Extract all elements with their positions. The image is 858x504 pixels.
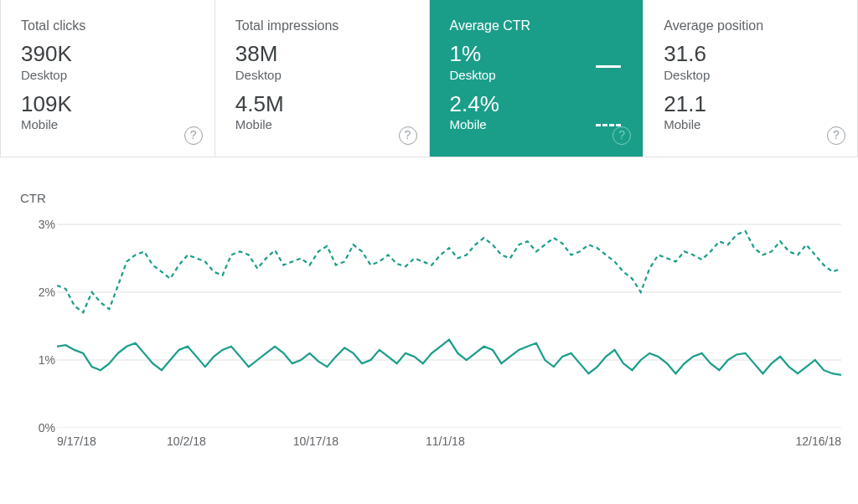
mobile-value: 109K	[21, 92, 194, 116]
chart-plot	[57, 210, 841, 428]
card-average-ctr[interactable]: Average CTR 1% Desktop 2.4% Mobile ?	[430, 0, 644, 157]
desktop-label: Desktop	[235, 68, 409, 82]
legend-dashed-line-icon	[596, 124, 621, 126]
mobile-label: Mobile	[235, 117, 409, 131]
x-axis-ticks: 9/17/1810/2/1810/17/1811/1/1812/16/18	[57, 435, 841, 451]
card-title: Average CTR	[450, 18, 623, 33]
card-title: Average position	[664, 18, 837, 33]
metric-cards-row: Total clicks 390K Desktop 109K Mobile ? …	[0, 0, 858, 157]
card-title: Total impressions	[235, 18, 409, 33]
help-icon[interactable]: ?	[184, 126, 203, 145]
card-total-impressions[interactable]: Total impressions 38M Desktop 4.5M Mobil…	[215, 0, 430, 157]
y-tick: 0%	[39, 421, 55, 435]
mobile-label: Mobile	[21, 117, 194, 131]
x-tick: 9/17/18	[57, 435, 96, 448]
desktop-value: 1%	[450, 42, 623, 66]
y-tick: 1%	[39, 353, 55, 367]
mobile-value: 21.1	[664, 92, 837, 116]
chart-area: CTR 3% 2% 1% 0% 9/17/1810/2/1810/17/1811…	[0, 157, 858, 460]
mobile-value: 4.5M	[235, 92, 409, 116]
desktop-value: 390K	[21, 42, 194, 66]
desktop-value: 31.6	[664, 42, 837, 66]
series-mobile	[57, 231, 841, 312]
help-icon[interactable]: ?	[827, 126, 845, 145]
help-icon[interactable]: ?	[399, 126, 417, 145]
series-desktop	[57, 340, 841, 375]
legend-solid-line-icon	[596, 65, 621, 68]
card-total-clicks[interactable]: Total clicks 390K Desktop 109K Mobile ?	[1, 0, 215, 157]
x-tick: 11/1/18	[426, 435, 465, 448]
desktop-value: 38M	[235, 42, 409, 66]
help-icon[interactable]: ?	[612, 126, 631, 145]
y-axis-ticks: 3% 2% 1% 0%	[25, 210, 59, 428]
chart-y-title: CTR	[20, 191, 841, 205]
x-tick: 10/2/18	[167, 435, 206, 448]
x-tick: 10/17/18	[293, 435, 339, 448]
desktop-label: Desktop	[664, 68, 837, 82]
desktop-label: Desktop	[450, 68, 623, 82]
x-tick: 12/16/18	[796, 435, 842, 448]
card-average-position[interactable]: Average position 31.6 Desktop 21.1 Mobil…	[644, 0, 857, 157]
mobile-value: 2.4%	[450, 92, 623, 116]
mobile-label: Mobile	[664, 117, 837, 131]
desktop-label: Desktop	[21, 68, 194, 82]
y-tick: 2%	[39, 285, 55, 299]
card-title: Total clicks	[21, 18, 194, 33]
y-tick: 3%	[39, 218, 55, 231]
